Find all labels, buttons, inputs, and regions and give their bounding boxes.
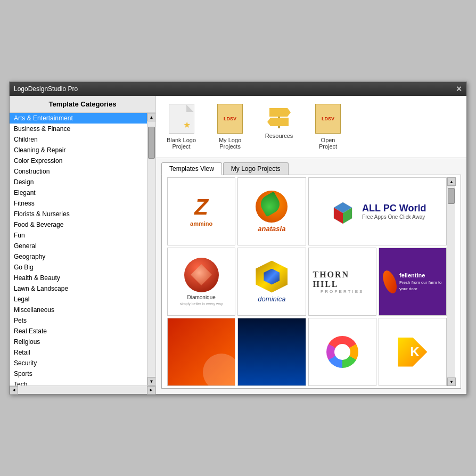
sidebar-item[interactable]: Construction [10,166,147,177]
tab-my-logo-projects[interactable]: My Logo Projects [223,162,289,175]
sidebar-item[interactable]: Fitness [10,198,147,209]
tabs-area: Templates View My Logo Projects [156,158,466,175]
diamonique-diamond-icon [191,264,212,285]
allpc-subtitle: Free Apps One Click Away [362,214,426,220]
resources-button[interactable]: Resources [264,104,294,139]
template-scroll-down-btn[interactable]: ▼ [447,377,456,386]
allpc-text-block: ALL PC World Free Apps One Click Away [362,203,426,220]
sidebar-item[interactable]: Real Estate [10,326,147,337]
sidebar-item[interactable]: Retail [10,347,147,358]
my-logo-label: My LogoProjects [219,137,241,150]
template-scroll-track [447,186,455,377]
sidebar-item[interactable]: Go Big [10,262,147,273]
quick-access: Blank LogoProject My LogoProjects Resour [156,96,466,158]
template-anatasia[interactable]: anatasia [237,177,306,245]
svg-marker-1 [269,108,291,117]
ammino-logo: Z ammino [190,196,212,227]
scroll-right-button[interactable]: ► [147,386,155,395]
diamonique-logo: Diamoniquesimply better in every way [180,258,223,306]
sidebar-item[interactable]: Security [10,358,147,368]
diamonique-circle-icon [184,258,219,292]
sidebar-item[interactable]: Religious [10,337,147,347]
template-diamonique[interactable]: Diamoniquesimply better in every way [167,248,235,316]
category-list: Arts & EntertainmentBusiness & FinanceCh… [10,113,147,385]
fellentine-leaf-icon [380,268,400,296]
template-grid-container: Z ammino anatasia [161,175,461,389]
template-scroll-up-btn[interactable]: ▲ [447,177,456,186]
template-scroll-thumb[interactable] [448,188,455,204]
partial-logo-2 [238,318,305,385]
partial-logo-3 [309,318,376,385]
sidebar-item[interactable]: Elegant [10,187,147,198]
sidebar-item[interactable]: Geography [10,251,147,262]
k-letter-icon: K [410,344,419,359]
svg-marker-2 [267,118,289,126]
dominica-inner-icon [264,269,280,285]
template-vscroll: ▲ ▼ [447,177,455,386]
template-thornhill[interactable]: THORN HILL PROPERTIES [308,248,376,316]
sidebar-item[interactable]: Children [10,134,147,145]
template-ammino[interactable]: Z ammino [167,177,235,245]
fellentine-logo: fellentineFresh from our farm to your do… [379,248,446,315]
template-dominica[interactable]: dominica [237,248,306,316]
ammino-text: ammino [190,220,212,227]
sidebar-item[interactable]: Lawn & Landscape [10,283,147,294]
template-allpcworld[interactable]: ALL PC World Free Apps One Click Away [308,177,447,245]
open-project-icon [315,104,341,134]
sidebar-item[interactable]: Color Expression [10,155,147,166]
sidebar-item[interactable]: Miscellaneous [10,305,147,315]
sidebar-scrollbar: ▲ ▼ [147,113,155,385]
template-partial-2[interactable] [237,318,306,386]
sidebar-item[interactable]: Arts & Entertainment [10,113,147,124]
sidebar-item[interactable]: Food & Beverage [10,219,147,230]
sidebar-item[interactable]: Florists & Nurseries [10,209,147,219]
dominica-shape-icon [256,261,288,293]
open-project-label: OpenProject [319,137,337,150]
partial-logo-1 [168,318,235,385]
template-fellentine[interactable]: fellentineFresh from our farm to your do… [379,248,447,316]
sidebar-item[interactable]: Pets [10,315,147,326]
cube-svg [329,197,358,226]
diamonique-text: Diamoniquesimply better in every way [180,294,223,306]
scroll-left-button[interactable]: ◄ [10,386,18,395]
sidebar-item[interactable]: Business & Finance [10,124,147,134]
blank-logo-button[interactable]: Blank LogoProject [167,104,196,150]
allpc-title: ALL PC World [362,203,426,214]
tab-templates-view[interactable]: Templates View [161,162,222,175]
palette-hole [334,344,350,360]
template-partial-4[interactable]: K [379,318,447,386]
window-title: LogoDesignStudio Pro [14,85,78,93]
my-logo-button[interactable]: My LogoProjects [217,104,243,150]
template-partial-3[interactable] [308,318,376,386]
scroll-down-button[interactable]: ▼ [147,377,156,385]
blank-logo-label: Blank LogoProject [167,137,196,150]
scroll-thumb-area [147,121,155,377]
sidebar-hscroll: ◄ ► [10,385,155,394]
k-shape-icon: K [398,338,427,367]
scroll-thumb[interactable] [148,127,155,159]
template-partial-1[interactable] [167,318,235,386]
dominica-text: dominica [258,295,285,303]
palette-icon [326,336,358,368]
close-button[interactable]: ✕ [456,85,462,93]
sidebar-item[interactable]: Design [10,177,147,187]
allpc-cube-icon [329,197,358,226]
thornhill-logo: THORN HILL PROPERTIES [309,266,376,298]
resources-label: Resources [265,133,293,139]
content-area: Template Categories Arts & Entertainment… [10,96,466,394]
sidebar-item[interactable]: Fun [10,230,147,241]
anatasia-text: anatasia [258,225,285,233]
scroll-up-button[interactable]: ▲ [147,113,156,121]
open-project-button[interactable]: OpenProject [315,104,341,150]
thornhill-sub-text: PROPERTIES [321,289,364,294]
sidebar-item[interactable]: Legal [10,294,147,305]
blank-logo-icon [169,104,194,134]
sidebar-item[interactable]: General [10,241,147,251]
dominica-logo: dominica [256,261,288,303]
sidebar-item[interactable]: Tech [10,379,147,385]
main-area: Blank LogoProject My LogoProjects Resour [156,96,466,394]
sidebar-item[interactable]: Health & Beauty [10,273,147,283]
sidebar-scroll-container: Arts & EntertainmentBusiness & FinanceCh… [10,113,155,385]
sidebar-item[interactable]: Cleaning & Repair [10,145,147,155]
sidebar-item[interactable]: Sports [10,368,147,379]
